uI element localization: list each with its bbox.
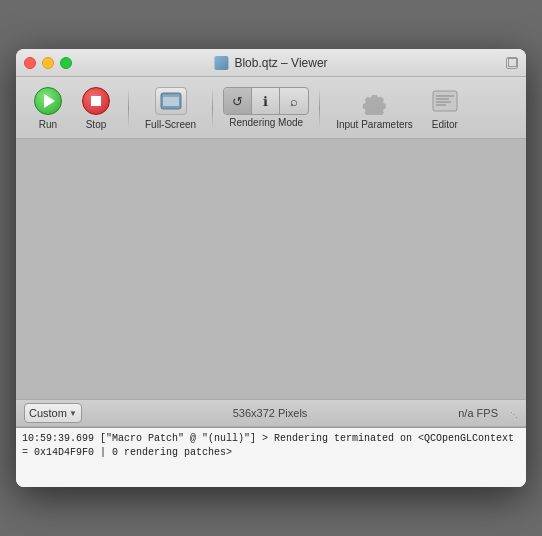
toolbar: Run Stop Full-Screen (16, 77, 526, 139)
traffic-lights (24, 57, 72, 69)
fullscreen-button[interactable]: Full-Screen (139, 83, 202, 132)
main-window: Blob.qtz – Viewer Run Stop (16, 49, 526, 487)
rendering-mode-search[interactable]: ⌕ (280, 88, 308, 114)
input-params-button[interactable]: Input Parameters (330, 83, 419, 132)
title-bar: Blob.qtz – Viewer (16, 49, 526, 77)
fps-display: n/a FPS (458, 407, 498, 419)
editor-button[interactable]: Editor (423, 83, 467, 132)
fullscreen-label: Full-Screen (145, 119, 196, 130)
svg-rect-2 (163, 95, 179, 97)
gear-icon (361, 87, 389, 115)
run-button[interactable]: Run (26, 83, 70, 132)
separator-1 (128, 88, 129, 128)
window-title: Blob.qtz – Viewer (234, 56, 327, 70)
dimensions-display: 536x372 Pixels (90, 407, 450, 419)
stop-icon-wrapper (80, 85, 112, 117)
resolution-select[interactable]: Custom ▼ (24, 403, 82, 423)
fullscreen-icon-wrapper (155, 85, 187, 117)
resize-handle[interactable]: ⋱ (506, 407, 518, 419)
stop-icon (82, 87, 110, 115)
rendering-mode-label: Rendering Mode (229, 117, 303, 128)
editor-icon (431, 87, 459, 115)
rendering-mode-group: ↺ ℹ ⌕ Rendering Mode (223, 87, 309, 128)
log-entry: 10:59:39.699 ["Macro Patch" @ "(null)"] … (22, 432, 520, 460)
rendering-mode-icons: ↺ ℹ ⌕ (223, 87, 309, 115)
run-icon (34, 87, 62, 115)
stop-button[interactable]: Stop (74, 83, 118, 132)
editor-label: Editor (432, 119, 458, 130)
svg-rect-3 (433, 91, 457, 111)
minimize-button[interactable] (42, 57, 54, 69)
close-button[interactable] (24, 57, 36, 69)
log-area: 10:59:39.699 ["Macro Patch" @ "(null)"] … (16, 427, 526, 487)
input-params-label: Input Parameters (336, 119, 413, 130)
fullscreen-svg (160, 92, 182, 110)
fps-text: n/a FPS (458, 407, 498, 419)
maximize-button[interactable] (60, 57, 72, 69)
editor-icon-wrapper (429, 85, 461, 117)
canvas-area (16, 139, 526, 399)
separator-3 (319, 88, 320, 128)
select-arrow-icon: ▼ (69, 409, 77, 418)
status-bar: Custom ▼ 536x372 Pixels n/a FPS ⋱ (16, 399, 526, 427)
rendering-mode-refresh[interactable]: ↺ (224, 88, 252, 114)
stop-label: Stop (86, 119, 107, 130)
gear-icon-wrapper (359, 85, 391, 117)
separator-2 (212, 88, 213, 128)
dimensions-text: 536x372 Pixels (233, 407, 308, 419)
rendering-mode-info[interactable]: ℹ (252, 88, 280, 114)
resize-dots-icon: ⋱ (510, 411, 518, 419)
resolution-select-label: Custom (29, 407, 67, 419)
run-icon-wrapper (32, 85, 64, 117)
resize-icon[interactable] (506, 57, 518, 69)
run-label: Run (39, 119, 57, 130)
window-title-group: Blob.qtz – Viewer (214, 56, 327, 70)
document-icon (214, 56, 228, 70)
fullscreen-icon (155, 87, 187, 115)
